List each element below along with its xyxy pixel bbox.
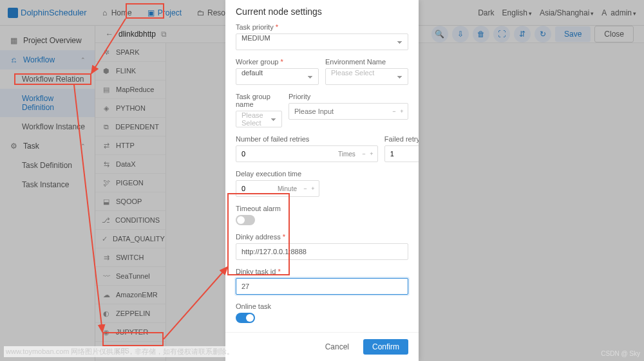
label-worker-group: Worker group — [236, 58, 319, 66]
select-worker-group[interactable]: default — [236, 68, 319, 85]
plus-icon[interactable]: + — [399, 108, 405, 115]
label-task-group: Task group name — [236, 93, 282, 108]
input-delay-exec[interactable]: Minute −+ — [236, 180, 319, 197]
minus-icon[interactable]: − — [302, 185, 308, 192]
toggle-online-task[interactable] — [236, 313, 255, 323]
select-task-group[interactable]: Please Select — [236, 111, 282, 127]
drawer-title: Current node settings — [225, 0, 419, 23]
label-task-priority: Task priority — [236, 23, 408, 31]
minus-icon[interactable]: − — [361, 151, 367, 157]
toggle-timeout-alarm[interactable] — [236, 215, 255, 225]
label-dinky-task-id: Dinky task id — [236, 268, 408, 275]
watermark: www.toymoban.com 网络图片仅供展示，非存储，如有侵权请联系删除。 — [4, 346, 236, 357]
label-online-task: Online task — [236, 302, 408, 310]
select-task-priority[interactable]: MEDIUM — [236, 33, 408, 50]
cancel-button[interactable]: Cancel — [317, 339, 357, 355]
input-dinky-address[interactable] — [236, 243, 408, 260]
input-priority[interactable]: −+ — [289, 103, 408, 120]
plus-icon[interactable]: + — [310, 185, 316, 192]
input-retry-interval[interactable]: Minute −+ — [384, 145, 419, 162]
input-dinky-task-id[interactable] — [236, 278, 408, 295]
label-priority: Priority — [289, 93, 408, 100]
label-failed-retries: Number of failed retries — [236, 135, 378, 143]
select-env-name[interactable]: Please Select — [325, 68, 408, 85]
label-env-name: Environment Name — [325, 58, 408, 66]
drawer-footer: Cancel Confirm — [225, 332, 419, 361]
node-settings-drawer: Current node settings Task priority MEDI… — [225, 0, 419, 361]
label-timeout-alarm: Timeout alarm — [236, 205, 408, 212]
watermark-right: CSDN @ Sky — [601, 350, 640, 357]
minus-icon[interactable]: − — [391, 108, 397, 115]
label-dinky-address: Dinky address — [236, 233, 408, 241]
drawer-body: Task priority MEDIUM Worker group defaul… — [225, 23, 419, 332]
input-failed-retries[interactable]: Times −+ — [236, 145, 378, 162]
confirm-button[interactable]: Confirm — [363, 339, 408, 355]
label-delay-exec: Delay execution time — [236, 170, 408, 178]
plus-icon[interactable]: + — [368, 151, 375, 157]
label-retry-interval: Failed retry interval — [384, 135, 419, 143]
